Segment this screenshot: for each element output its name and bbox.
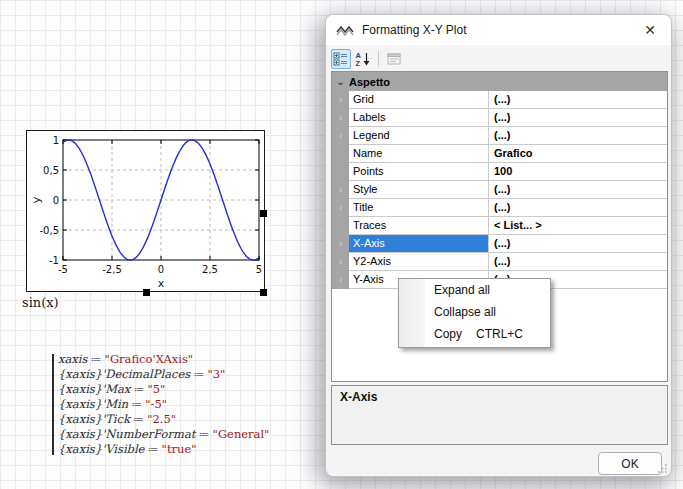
code-line[interactable]: xaxis ≔ "Grafico'XAxis" bbox=[58, 352, 269, 367]
property-pages-button bbox=[384, 49, 404, 69]
property-value[interactable]: (...) bbox=[489, 109, 667, 127]
row-expand-icon[interactable]: › bbox=[332, 181, 349, 199]
description-panel: X-Axis bbox=[331, 385, 668, 445]
categorized-view-button[interactable] bbox=[331, 49, 351, 69]
property-name[interactable]: Grid bbox=[349, 91, 489, 109]
code-line[interactable]: {xaxis}'Min ≔ "-5" bbox=[58, 397, 269, 412]
svg-text:-1: -1 bbox=[49, 255, 59, 266]
property-name[interactable]: Title bbox=[349, 199, 489, 217]
property-name[interactable]: Labels bbox=[349, 109, 489, 127]
definition-operator: ≔ bbox=[130, 383, 147, 395]
property-value[interactable]: (...) bbox=[489, 253, 667, 271]
property-row-y2-axis[interactable]: › Y2-Axis (...) bbox=[332, 253, 667, 271]
row-expand-icon[interactable] bbox=[332, 145, 349, 163]
property-value[interactable]: Grafico bbox=[489, 145, 667, 163]
svg-text:0: 0 bbox=[53, 195, 59, 206]
property-row-labels[interactable]: › Labels (...) bbox=[332, 109, 667, 127]
context-menu-items: Expand allCollapse allCopyCTRL+C bbox=[399, 279, 550, 345]
code-string-value: "5" bbox=[148, 382, 166, 396]
row-expand-icon[interactable]: › bbox=[332, 109, 349, 127]
property-value[interactable]: (...) bbox=[489, 199, 667, 217]
row-expand-icon[interactable]: › bbox=[332, 235, 349, 253]
property-row-traces[interactable]: Traces < List... > bbox=[332, 217, 667, 235]
xy-plot-chart: -5-2,502,5510,50-0,5-1xy bbox=[27, 131, 264, 291]
property-row-style[interactable]: › Style (...) bbox=[332, 181, 667, 199]
code-string-value: "true" bbox=[162, 442, 197, 456]
property-name[interactable]: Points bbox=[349, 163, 489, 181]
row-expand-icon[interactable] bbox=[332, 163, 349, 181]
menu-item-label: Copy bbox=[434, 327, 462, 341]
definition-operator: ≔ bbox=[190, 368, 207, 380]
dialog-title: Formatting X-Y Plot bbox=[362, 23, 639, 37]
property-name[interactable]: Name bbox=[349, 145, 489, 163]
menu-item-label: Collapse all bbox=[434, 305, 496, 319]
code-identifier: {xaxis}'Min bbox=[58, 397, 128, 411]
svg-text:0: 0 bbox=[158, 264, 164, 275]
svg-text:5: 5 bbox=[256, 264, 262, 275]
alphabetical-sort-button[interactable]: A Z bbox=[353, 49, 373, 69]
code-identifier: {xaxis}'Max bbox=[58, 382, 130, 396]
row-expand-icon[interactable]: › bbox=[332, 199, 349, 217]
context-menu-item-expand-all[interactable]: Expand all bbox=[399, 279, 550, 301]
property-value[interactable]: 100 bbox=[489, 163, 667, 181]
xy-plot-icon bbox=[336, 23, 354, 37]
description-title: X-Axis bbox=[340, 390, 659, 404]
ok-button[interactable]: OK bbox=[598, 452, 662, 475]
property-row-title[interactable]: › Title (...) bbox=[332, 199, 667, 217]
code-line[interactable]: {xaxis}'Visible ≔ "true" bbox=[58, 442, 269, 457]
context-menu-item-copy[interactable]: CopyCTRL+C bbox=[399, 323, 550, 345]
code-region[interactable]: xaxis ≔ "Grafico'XAxis"{xaxis}'DecimalPl… bbox=[52, 352, 269, 457]
code-identifier: xaxis bbox=[58, 352, 87, 366]
code-identifier: {xaxis}'DecimalPlaces bbox=[58, 367, 190, 381]
svg-text:-5: -5 bbox=[58, 264, 68, 275]
row-expand-icon[interactable]: › bbox=[332, 271, 349, 289]
svg-text:y: y bbox=[30, 196, 43, 203]
menu-item-shortcut: CTRL+C bbox=[476, 327, 523, 341]
code-string-value: "Grafico'XAxis" bbox=[105, 352, 193, 366]
code-line[interactable]: {xaxis}'NumberFormat ≔ "General" bbox=[58, 427, 269, 442]
propertygrid-toolbar: A Z bbox=[331, 47, 404, 71]
property-name[interactable]: Traces bbox=[349, 217, 489, 235]
sort-az-icon: A Z bbox=[355, 51, 371, 67]
property-value[interactable]: < List... > bbox=[489, 217, 667, 235]
property-value[interactable]: (...) bbox=[489, 127, 667, 145]
resize-grip-icon[interactable] bbox=[658, 463, 668, 473]
code-string-value: "3" bbox=[207, 367, 225, 381]
close-icon[interactable]: ✕ bbox=[639, 19, 661, 41]
plot-expression-label[interactable]: sin(x) bbox=[22, 295, 59, 310]
code-line[interactable]: {xaxis}'Tick ≔ "2.5" bbox=[58, 412, 269, 427]
property-row-x-axis[interactable]: › X-Axis (...) bbox=[332, 235, 667, 253]
property-row-legend[interactable]: › Legend (...) bbox=[332, 127, 667, 145]
xy-plot-widget[interactable]: -5-2,502,5510,50-0,5-1xy bbox=[26, 130, 265, 292]
code-line[interactable]: {xaxis}'Max ≔ "5" bbox=[58, 382, 269, 397]
resize-handle-bottom[interactable] bbox=[143, 289, 150, 296]
resize-handle-right[interactable] bbox=[260, 210, 267, 217]
property-name[interactable]: Y2-Axis bbox=[349, 253, 489, 271]
menu-item-label: Expand all bbox=[434, 283, 490, 297]
svg-text:-0,5: -0,5 bbox=[39, 225, 59, 236]
property-row-grid[interactable]: › Grid (...) bbox=[332, 91, 667, 109]
resize-handle-corner[interactable] bbox=[260, 289, 267, 296]
row-expand-icon[interactable] bbox=[332, 217, 349, 235]
category-row-aspetto[interactable]: ⌄ Aspetto bbox=[332, 72, 667, 91]
property-value[interactable]: (...) bbox=[489, 91, 667, 109]
property-name[interactable]: Style bbox=[349, 181, 489, 199]
property-value[interactable]: (...) bbox=[489, 181, 667, 199]
code-string-value: "General" bbox=[213, 427, 270, 441]
property-row-points[interactable]: Points 100 bbox=[332, 163, 667, 181]
context-menu-item-collapse-all[interactable]: Collapse all bbox=[399, 301, 550, 323]
row-expand-icon[interactable]: › bbox=[332, 127, 349, 145]
property-name[interactable]: X-Axis bbox=[349, 235, 489, 253]
collapse-chevron-icon[interactable]: ⌄ bbox=[332, 76, 349, 87]
property-name[interactable]: Legend bbox=[349, 127, 489, 145]
property-value[interactable]: (...) bbox=[489, 235, 667, 253]
property-row-name[interactable]: Name Grafico bbox=[332, 145, 667, 163]
smath-canvas: { "icons": { "close": "✕", "category_col… bbox=[0, 0, 683, 489]
code-line[interactable]: {xaxis}'DecimalPlaces ≔ "3" bbox=[58, 367, 269, 382]
svg-text:0,5: 0,5 bbox=[43, 165, 59, 176]
row-expand-icon[interactable]: › bbox=[332, 91, 349, 109]
dialog-titlebar[interactable]: Formatting X-Y Plot ✕ bbox=[326, 15, 671, 45]
svg-text:1: 1 bbox=[53, 135, 59, 146]
row-expand-icon[interactable]: › bbox=[332, 253, 349, 271]
svg-text:2,5: 2,5 bbox=[202, 264, 218, 275]
